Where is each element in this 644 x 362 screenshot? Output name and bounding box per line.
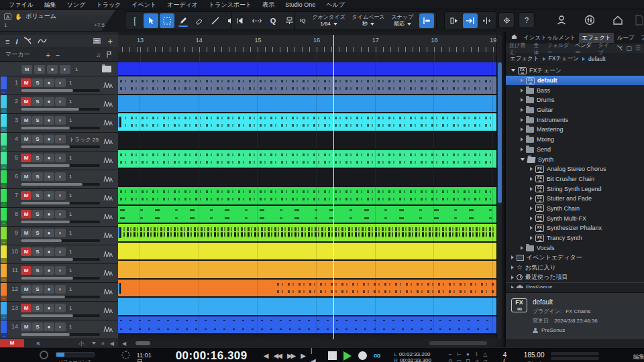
mute-button[interactable]: M	[21, 285, 32, 294]
expand-icon[interactable]	[521, 108, 523, 112]
lane-track-8[interactable]	[118, 206, 496, 225]
playhead[interactable]	[333, 35, 334, 339]
clip-edge-marker[interactable]	[118, 117, 123, 127]
automation-value[interactable]: +7.5	[94, 22, 105, 28]
loop-end-time[interactable]: 00:02:33.300	[400, 357, 431, 362]
track-label[interactable]: トラック 25	[69, 136, 99, 143]
record-arm-button[interactable]: ●	[44, 154, 54, 162]
audio-clip[interactable]	[118, 76, 496, 94]
range-tool-icon[interactable]	[160, 13, 174, 28]
monitor-button[interactable]: ◐	[55, 116, 66, 125]
solo-button[interactable]: S	[32, 247, 43, 256]
lane-track-11[interactable]	[118, 261, 496, 280]
record-button[interactable]	[358, 350, 367, 360]
track-row-11[interactable]: ~11MS●◐1	[0, 264, 118, 283]
timestretch-icon[interactable]	[250, 13, 264, 28]
record-arm-button[interactable]: ●	[44, 78, 54, 87]
monitor-button[interactable]: ◐	[55, 229, 66, 237]
automation-mode-icon[interactable]: A	[4, 13, 11, 20]
track-volume-slider[interactable]	[21, 183, 100, 186]
track-color-strip[interactable]: ~	[1, 320, 7, 339]
monitor-button[interactable]: ◐	[55, 78, 66, 87]
tree-item-Guitar[interactable]: Guitar	[506, 105, 644, 115]
rewind-bar-button[interactable]: ◀	[264, 351, 268, 361]
audio-clip[interactable]	[118, 206, 496, 223]
play-button[interactable]	[343, 350, 352, 361]
tree-item-最近使った項目[interactable]: 最近使った項目	[506, 272, 644, 282]
track-volume-slider[interactable]	[21, 258, 100, 261]
tree-item-Vocals[interactable]: Vocals	[506, 243, 644, 253]
vertical-scrollbar-handle[interactable]	[498, 62, 502, 203]
tree-item-Instruments[interactable]: Instruments	[506, 115, 644, 125]
menu-item-オーディオ[interactable]: オーディオ	[162, 0, 203, 9]
monitor-button[interactable]: ◐	[55, 247, 66, 256]
expand-icon[interactable]	[511, 255, 514, 259]
forward-bar-button[interactable]: ▶	[301, 351, 305, 361]
track-label[interactable]: 1	[69, 80, 72, 86]
metronome-icon[interactable]: △	[481, 351, 490, 358]
audio-clip[interactable]	[118, 113, 496, 131]
audio-clip[interactable]	[118, 224, 496, 241]
expand-icon[interactable]	[521, 137, 523, 141]
track-volume-slider[interactable]	[21, 127, 100, 129]
monitor-button[interactable]: ◐	[55, 210, 66, 219]
record-arm-button[interactable]: ●	[44, 322, 54, 331]
track-label[interactable]: 1	[69, 174, 72, 180]
track-volume-slider[interactable]	[21, 296, 100, 298]
horizontal-scrollbar[interactable]: ◀	[118, 339, 496, 347]
track-color-strip[interactable]: ~	[1, 264, 7, 282]
monitor-button[interactable]: ◐	[55, 304, 66, 312]
track-row-12[interactable]: ~12MS●◐1	[0, 283, 118, 302]
level-icon[interactable]: ⊿	[472, 358, 481, 362]
global-mute-button[interactable]: M	[0, 339, 24, 347]
track-label[interactable]: 1	[69, 211, 72, 217]
time-signature-value[interactable]: 4 / 4	[503, 352, 508, 362]
sort-option-ベンダー[interactable]: ベンダー	[575, 42, 594, 56]
track-color-strip[interactable]: ~	[1, 245, 7, 263]
track-row-6[interactable]: ~6MS●◐1	[0, 170, 118, 189]
global-solo-button[interactable]: S	[36, 341, 40, 347]
quantize-value[interactable]: 1/64	[320, 21, 331, 27]
tree-item-String Synth Legend[interactable]: FX∞String Synth Legend	[506, 184, 644, 194]
track-color-strip[interactable]: ~	[1, 152, 7, 170]
forward-button[interactable]: ▶▶	[287, 351, 294, 361]
track-color-strip[interactable]: ~	[1, 170, 7, 188]
lane-track-folder[interactable]	[118, 62, 496, 76]
tempo-value[interactable]: 185.00	[524, 352, 545, 359]
audio-clip[interactable]	[118, 95, 496, 113]
eraser-tool-icon[interactable]	[192, 13, 207, 28]
track-volume-slider[interactable]	[21, 333, 100, 336]
expand-icon[interactable]	[521, 246, 523, 250]
tree-item-Analog Stereo Chorus[interactable]: FX∞Analog Stereo Chorus	[506, 164, 644, 174]
track-row-5[interactable]: ~5MS●◐1	[0, 152, 118, 170]
expand-icon[interactable]	[521, 98, 523, 102]
main-time-value[interactable]: 00:00:16.309	[176, 350, 248, 362]
automation-parameter[interactable]: ボリューム	[25, 12, 56, 21]
solo-button[interactable]: S	[32, 172, 43, 181]
quantize-setting[interactable]: クオンタイズ 1/64	[309, 14, 348, 27]
help-button[interactable]: ?	[519, 12, 535, 28]
menu-item-Studio One[interactable]: Studio One	[280, 0, 320, 9]
hand-tool-icon[interactable]: ✋	[15, 13, 22, 20]
tree-item-Synth Chain[interactable]: FX∞Synth Chain	[506, 204, 644, 214]
solo-button[interactable]: S	[32, 191, 43, 200]
track-size-label[interactable]: 小	[78, 340, 84, 347]
expand-icon[interactable]	[530, 206, 533, 210]
track-row-3[interactable]: ~3MS●◐1	[0, 114, 118, 133]
mute-button[interactable]: M	[21, 322, 32, 331]
pencil-tool-icon[interactable]	[176, 13, 191, 28]
track-volume-slider[interactable]	[21, 145, 100, 148]
tree-item-Send[interactable]: Send	[506, 145, 644, 155]
automation-panel[interactable]: A ✋ ボリューム 1 +7.5	[0, 10, 115, 31]
folder-track-row[interactable]: M S ● ◐ 1	[0, 62, 118, 76]
expand-icon[interactable]	[511, 265, 514, 269]
solo-button[interactable]: S	[32, 266, 43, 275]
record-arm-button[interactable]: ●	[44, 172, 54, 181]
timebase-setting[interactable]: タイムベース 秒	[349, 14, 388, 27]
tree-item-default[interactable]: FX∞default	[506, 76, 644, 86]
tree-item-PreSonus[interactable]: PreSonus	[506, 282, 644, 288]
track-row-2[interactable]: ~2MS●◐1	[0, 95, 118, 114]
menu-item-ファイル[interactable]: ファイル	[4, 0, 38, 9]
solo-button[interactable]: S	[32, 135, 43, 143]
menu-item-編集[interactable]: 編集	[40, 0, 61, 9]
